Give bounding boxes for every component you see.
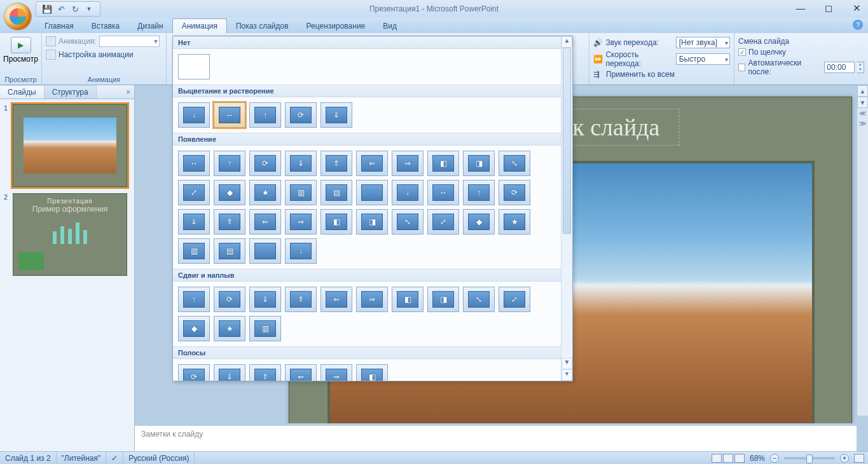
transition-item[interactable]: ⟳ <box>214 287 245 312</box>
transition-item[interactable]: ⟳ <box>178 364 210 381</box>
transition-item[interactable]: ▤ <box>214 238 245 264</box>
notes-pane[interactable]: Заметки к слайду <box>135 423 857 451</box>
transition-item[interactable]: ⇒ <box>392 151 424 176</box>
next-slide-icon[interactable]: ≫ <box>857 118 868 128</box>
transition-item[interactable]: ⇓ <box>249 287 281 312</box>
custom-animation-button[interactable]: Настройка анимации <box>46 50 162 60</box>
transition-item[interactable]: ◆ <box>214 180 245 205</box>
transition-item[interactable]: ⇒ <box>320 364 352 381</box>
scroll-up-icon[interactable]: ▲ <box>857 85 868 97</box>
transition-item[interactable]: ↑ <box>214 151 245 176</box>
tab-insert[interactable]: Вставка <box>83 19 129 33</box>
transition-item[interactable]: ↓ <box>178 102 210 128</box>
transition-item[interactable]: ★ <box>214 316 245 341</box>
transition-item[interactable]: ⤢ <box>427 209 459 235</box>
transition-item[interactable]: ⤡ <box>392 209 424 235</box>
transition-item[interactable]: ⇒ <box>356 287 388 312</box>
status-spellcheck[interactable]: ✓ <box>106 452 123 464</box>
transition-item[interactable]: ⇑ <box>249 364 281 381</box>
transition-item[interactable]: ↔ <box>214 102 245 128</box>
close-button[interactable]: ✕ <box>850 3 863 14</box>
transition-item[interactable]: ⤡ <box>463 287 495 312</box>
redo-icon[interactable]: ↻ <box>71 4 79 13</box>
slide-thumb-2[interactable]: Презентация Пример оформления <box>13 193 127 276</box>
transition-item[interactable]: ⟳ <box>285 102 317 128</box>
transition-item[interactable]: ▥ <box>178 238 210 264</box>
transition-item[interactable]: ◨ <box>356 209 388 235</box>
gallery-scroll-thumb[interactable] <box>563 48 571 234</box>
tab-review[interactable]: Рецензирование <box>298 19 375 33</box>
transition-item[interactable]: ⇓ <box>285 151 317 176</box>
tab-view[interactable]: Вид <box>374 19 406 33</box>
slide-thumb-1[interactable] <box>13 104 127 187</box>
time-spinner[interactable]: ▲▼ <box>857 62 864 73</box>
undo-icon[interactable]: ↶ <box>57 4 65 13</box>
zoom-in-button[interactable]: + <box>840 454 849 463</box>
pane-close-icon[interactable]: × <box>126 88 130 97</box>
transition-item[interactable]: ⇓ <box>320 102 352 128</box>
minimize-button[interactable]: — <box>794 3 807 14</box>
prev-slide-icon[interactable]: ≪ <box>857 108 868 118</box>
transition-item[interactable]: ◆ <box>178 316 210 341</box>
transition-item[interactable]: ⇑ <box>214 209 245 235</box>
transition-item[interactable]: ⇐ <box>285 364 317 381</box>
tab-animation[interactable]: Анимация <box>172 18 227 33</box>
save-icon[interactable]: 💾 <box>43 4 52 13</box>
transition-item[interactable]: ⇓ <box>214 364 245 381</box>
transition-item[interactable]: ↑ <box>249 102 281 128</box>
transition-item[interactable]: ↑ <box>463 180 495 205</box>
transition-item[interactable]: ◆ <box>463 209 495 235</box>
transition-item[interactable]: ↓ <box>392 180 424 205</box>
fit-window-icon[interactable] <box>854 454 864 463</box>
gallery-more-icon[interactable]: ▾ <box>561 369 572 381</box>
onclick-checkbox[interactable]: ✓ <box>738 48 746 56</box>
transition-item[interactable]: ⇐ <box>249 209 281 235</box>
transition-item[interactable]: ⤢ <box>178 180 210 205</box>
transition-item[interactable]: ▥ <box>249 316 281 341</box>
normal-view-icon[interactable] <box>712 454 722 463</box>
transition-item[interactable]: ◧ <box>427 151 459 176</box>
status-language[interactable]: Русский (Россия) <box>123 452 195 464</box>
transition-item[interactable]: ⇐ <box>320 287 352 312</box>
animate-dropdown[interactable]: ▾ <box>99 36 160 47</box>
preview-button[interactable]: Просмотр <box>4 36 38 65</box>
transition-item[interactable] <box>249 238 281 264</box>
transition-item[interactable]: ⇐ <box>356 151 388 176</box>
pane-tab-outline[interactable]: Структура <box>45 85 97 99</box>
transition-item[interactable]: ★ <box>249 180 281 205</box>
pane-tab-slides[interactable]: Слайды <box>0 85 45 99</box>
transition-item[interactable]: ⇑ <box>320 151 352 176</box>
transition-item[interactable]: ◧ <box>392 287 424 312</box>
transition-item[interactable]: ⟳ <box>499 180 530 205</box>
apply-all-button[interactable]: ⇶ Применить ко всем <box>593 70 730 79</box>
qat-dropdown-icon[interactable]: ▼ <box>85 4 93 13</box>
transition-item[interactable]: ★ <box>499 209 530 235</box>
transition-item[interactable]: ◧ <box>320 209 352 235</box>
transition-item[interactable] <box>178 54 210 79</box>
transition-item[interactable]: ↑ <box>178 287 210 312</box>
transition-item[interactable]: ⇒ <box>285 209 317 235</box>
transition-item[interactable]: ⇓ <box>178 209 210 235</box>
gallery-scrollbar[interactable]: ▲ ▼ ▾ <box>561 36 572 381</box>
speed-dropdown[interactable]: Быстро <box>676 53 730 65</box>
transition-item[interactable]: ↓ <box>285 238 317 264</box>
sound-dropdown[interactable]: [Нет звука] <box>676 37 730 48</box>
tab-slideshow[interactable]: Показ слайдов <box>227 19 298 33</box>
office-button[interactable] <box>4 3 32 31</box>
slideshow-view-icon[interactable] <box>734 454 745 463</box>
tab-home[interactable]: Главная <box>36 19 83 33</box>
transition-item[interactable]: ▥ <box>285 180 317 205</box>
maximize-button[interactable]: ◻ <box>822 3 835 14</box>
auto-time-input[interactable]: 00:00 <box>824 62 854 73</box>
zoom-slider[interactable] <box>784 457 835 460</box>
transition-item[interactable]: ⤡ <box>499 151 530 176</box>
transition-item[interactable]: ↔ <box>427 180 459 205</box>
transition-item[interactable]: ↔ <box>178 151 210 176</box>
transition-item[interactable]: ▤ <box>320 180 352 205</box>
transition-item[interactable]: ◨ <box>427 287 459 312</box>
editor-scrollbar[interactable]: ▲ ▼ ≪ ≫ <box>857 85 868 416</box>
sorter-view-icon[interactable] <box>723 454 733 463</box>
scroll-down-icon[interactable]: ▼ <box>857 97 868 108</box>
transition-item[interactable]: ⇑ <box>285 287 317 312</box>
gallery-scroll-up-icon[interactable]: ▲ <box>561 36 572 48</box>
